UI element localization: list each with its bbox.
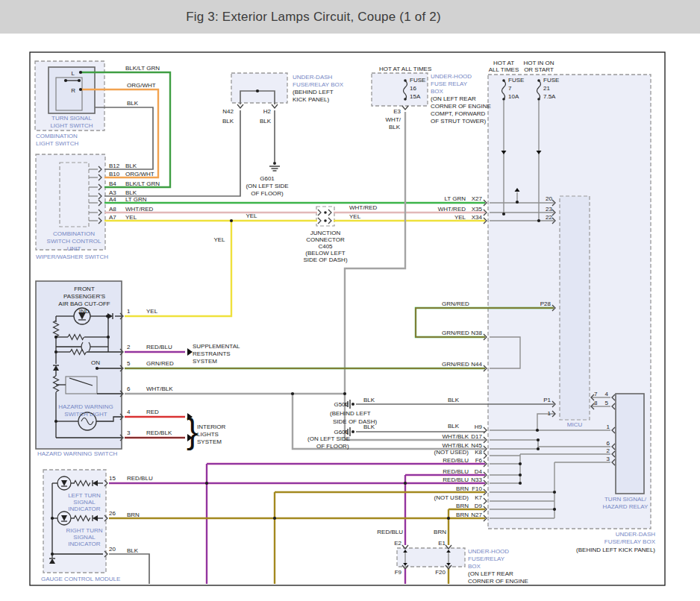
label-indicator: INDICATOR xyxy=(68,541,100,547)
label-1: 1 xyxy=(127,308,131,315)
label-x35: X35 xyxy=(472,206,483,213)
label-f9: F9 xyxy=(395,569,402,576)
label-interior: INTERIOR xyxy=(197,424,225,430)
label-a4: A4 xyxy=(109,196,116,203)
junction-dot xyxy=(51,553,54,556)
wiring-diagram: }BLK/LT GRNORG/WHTBLKLRTURN SIGNALLIGHT … xyxy=(0,0,700,601)
label-lt-grn: LT GRN xyxy=(125,196,147,203)
label-yel: YEL xyxy=(246,213,257,219)
label-hot-at-all-times: HOT AT ALL TIMES xyxy=(379,66,431,72)
label-x27: X27 xyxy=(472,195,483,202)
label-brn: BRN xyxy=(456,512,469,518)
label-behind-left: (BEHIND LEFT xyxy=(293,89,334,95)
label-g502: G502 xyxy=(334,401,349,408)
label-on-left-rear: (ON LEFT REAR xyxy=(431,95,476,102)
junction-dot xyxy=(519,462,522,465)
label-restraints: RESTRAINTS xyxy=(193,350,231,357)
label-under-dash: UNDER-DASH xyxy=(616,531,656,538)
label-of-strut-tower: OF STRUT TOWER) xyxy=(431,118,487,125)
label-hazard-warning-switch: HAZARD WARNING SWITCH xyxy=(37,450,117,457)
label-supplemental: SUPPLEMENTAL xyxy=(193,343,240,350)
label-red-blu: RED/BLU xyxy=(377,529,403,535)
junction-dot xyxy=(273,517,276,520)
label-k7: K7 xyxy=(475,494,482,501)
micu-box xyxy=(560,196,590,420)
label-n44: N44 xyxy=(471,361,482,368)
label-blk: BLK xyxy=(125,163,137,169)
label-of-floor: OF FLOOR) xyxy=(316,443,349,450)
label-wiper-washer-switch: WIPER/WASHER SWITCH xyxy=(36,254,108,260)
label-b10: B10 xyxy=(109,171,120,177)
label-hot-at: HOT AT xyxy=(493,60,514,66)
label-7: 7 xyxy=(508,85,512,92)
label-x34: X34 xyxy=(472,214,483,221)
junction-terminal-dot xyxy=(324,211,327,214)
label-blk: BLK xyxy=(448,423,460,429)
label-f6: F6 xyxy=(475,457,483,464)
junction-dot xyxy=(516,201,519,204)
label-g601: G601 xyxy=(260,175,275,182)
label-grn-red: GRN/RED xyxy=(442,300,469,307)
junction-dot xyxy=(96,367,99,370)
label-n27: N27 xyxy=(471,512,482,518)
label-n42: N42 xyxy=(222,108,234,115)
label-b12: B12 xyxy=(109,163,120,169)
label-2: 2 xyxy=(607,447,610,454)
label-blk: BLK xyxy=(127,100,139,107)
label-e3: E3 xyxy=(393,108,401,115)
label-light-switch: LIGHT SWITCH xyxy=(36,140,78,147)
label-26: 26 xyxy=(109,510,116,517)
junction-dot xyxy=(54,336,57,339)
label-6: 6 xyxy=(607,440,610,447)
label-yel: YEL xyxy=(454,214,466,221)
label-f10: F10 xyxy=(472,485,482,492)
junction-dot xyxy=(519,473,522,476)
label-grn-red: GRN/RED xyxy=(442,330,469,336)
ground-dot xyxy=(351,430,354,433)
label-compt-forward: COMPT, FORWARD xyxy=(431,110,486,117)
label-d9: D9 xyxy=(475,503,483,509)
label-10a: 10A xyxy=(508,93,519,100)
label-15a: 15A xyxy=(410,93,421,100)
label-blk: BLK xyxy=(260,118,272,125)
label-left-turn: LEFT TURN xyxy=(68,492,101,499)
label-blk-lt-grn: BLK/LT GRN xyxy=(125,180,160,187)
label-junction: JUNCTION xyxy=(310,230,341,236)
label-not-used: (NOT USED) xyxy=(434,494,469,501)
label-on-left-side: (ON LEFT SIDE xyxy=(307,435,350,442)
label-wht-blk: WHT/BLK xyxy=(146,386,173,392)
label-red-blu: RED/BLU xyxy=(127,475,153,482)
label-n33: N33 xyxy=(471,476,482,483)
label-n38: N38 xyxy=(471,330,482,336)
junction-dot xyxy=(64,79,67,82)
label-wht-red: WHT/RED xyxy=(125,206,154,213)
junction-terminal-dot xyxy=(324,219,327,222)
label-yel: YEL xyxy=(146,308,158,315)
label-23: 23 xyxy=(546,206,552,213)
label-16: 16 xyxy=(410,85,416,92)
under-hood-fuse-relay-box-bottom xyxy=(397,548,465,567)
label-unit: UNIT xyxy=(67,245,81,252)
label-below-left: (BELOW LEFT xyxy=(305,250,345,257)
label-right-turn: RIGHT TURN xyxy=(66,527,102,534)
fuse-16-top xyxy=(404,79,407,82)
label-1: 1 xyxy=(607,424,610,430)
label-all-times: ALL TIMES xyxy=(489,66,519,73)
label-brn: BRN xyxy=(127,512,140,518)
label-behind-left-kick-panel: (BEHIND LEFT KICK PANEL) xyxy=(576,547,655,553)
ground-dot xyxy=(273,162,276,165)
junction-dot xyxy=(230,219,233,222)
label-light-switch: LIGHT SWITCH xyxy=(50,122,93,129)
junction-dot xyxy=(553,491,556,494)
label-blk: BLK xyxy=(448,397,460,403)
junction-dot xyxy=(537,447,540,450)
label-yel: YEL xyxy=(213,236,225,243)
label-brn: BRN xyxy=(456,503,469,509)
label-red-blu: RED/BLU xyxy=(146,344,172,350)
label-or-start: OR START xyxy=(524,66,554,73)
label-4: 4 xyxy=(605,391,609,397)
label-4: 4 xyxy=(127,409,131,415)
junction-dot xyxy=(51,517,54,520)
label-red: RED xyxy=(146,409,159,415)
label-brn: BRN xyxy=(434,529,446,535)
